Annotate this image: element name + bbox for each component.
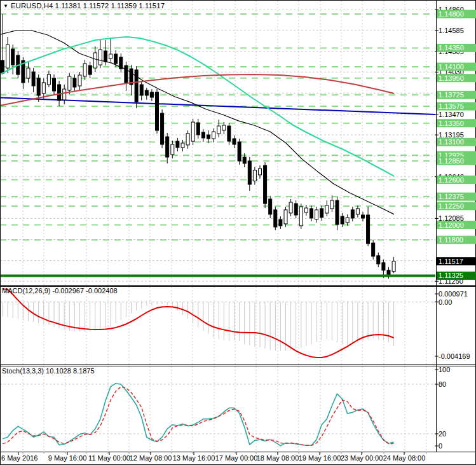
candle-body: [145, 90, 148, 95]
candle-body: [156, 92, 159, 130]
candle-body: [176, 141, 179, 148]
price-axis-label: 1.13195: [439, 131, 464, 139]
candle-body: [392, 261, 395, 272]
price-axis-label: 1.14585: [439, 27, 464, 34]
candle-body: [217, 126, 221, 134]
price-axis-label: 1.13470: [439, 111, 464, 118]
indicator-axis-label: 0: [439, 442, 442, 450]
time-axis-label: 19 May 16:00: [299, 454, 341, 462]
green-level-label: 1.13725: [439, 91, 464, 99]
candle-body: [310, 209, 313, 218]
candle-body: [191, 122, 194, 141]
time-axis-label: 24 May 08:00: [383, 454, 426, 462]
chart-window: 1.148601.145851.143051.140301.134701.131…: [0, 0, 476, 465]
support-price-label: 1.11325: [439, 272, 463, 279]
candle-body: [37, 78, 40, 95]
candle-body: [166, 137, 169, 157]
candle-body: [299, 207, 303, 226]
candle-body: [186, 134, 189, 145]
candle-body: [53, 78, 56, 91]
green-level-label: 1.13350: [439, 120, 464, 127]
candle-body: [367, 215, 370, 244]
candle-body: [228, 126, 231, 141]
candle-body: [171, 144, 174, 155]
candle-body: [325, 205, 329, 213]
candle-body: [212, 132, 215, 139]
green-level-label: 1.12000: [439, 221, 464, 229]
time-axis-label: 17 May 00:00: [215, 454, 258, 462]
candle-body: [356, 209, 359, 214]
candle-body: [243, 157, 246, 163]
candle-body: [47, 74, 50, 85]
macd-indicator-title: MACD(12,26,9) -0.002967 -0.002408: [2, 287, 118, 295]
green-level-label: 1.12250: [439, 202, 464, 210]
candle-body: [330, 200, 334, 209]
candle-body: [11, 49, 15, 65]
candle-body: [63, 89, 66, 100]
candle-body: [336, 200, 339, 225]
candle-body: [135, 70, 138, 102]
candle-body: [304, 208, 308, 212]
chart-title: ▼EURUSD,H4 1.11381 1.11572 1.11359 1.115…: [3, 2, 165, 10]
indicator-axis-label: 0.00: [439, 298, 452, 306]
candle-body: [382, 263, 385, 270]
candle-body: [289, 202, 292, 213]
symbol-dropdown-icon[interactable]: ▼: [3, 3, 8, 9]
green-level-label: 1.12850: [439, 157, 464, 165]
green-level-label: 1.14350: [439, 44, 464, 52]
indicator-axis-label: 80: [439, 380, 446, 388]
green-level-label: 1.13575: [439, 102, 464, 110]
chart-title-text: EURUSD,H4 1.11381 1.11572 1.11359 1.1151…: [11, 2, 165, 10]
candle-body: [315, 210, 318, 219]
time-axis-label: 12 May 08:00: [130, 454, 172, 462]
candle-body: [274, 210, 277, 227]
candle-body: [161, 113, 164, 144]
candle-body: [196, 123, 200, 135]
candle-body: [150, 92, 153, 97]
candle-body: [387, 270, 390, 275]
indicator-axis-label: -0.004169: [439, 352, 470, 360]
candle-body: [73, 78, 76, 87]
green-level-label: 1.14100: [439, 63, 464, 71]
candle-body: [83, 64, 86, 76]
green-level-label: 1.12600: [439, 176, 464, 184]
time-axis-label: 23 May 00:00: [341, 454, 383, 462]
candle-body: [207, 135, 210, 139]
candle-body: [114, 54, 118, 64]
candle-body: [294, 204, 297, 215]
candle-body: [259, 169, 262, 175]
price-chart-canvas[interactable]: 1.148601.145851.143051.140301.134701.131…: [0, 0, 476, 465]
candle-body: [42, 83, 45, 94]
candle-body: [93, 53, 97, 68]
candle-body: [279, 219, 282, 226]
candle-body: [269, 199, 272, 214]
green-level-label: 1.11800: [439, 236, 463, 244]
candle-body: [372, 243, 375, 256]
time-axis-label: 9 May 16:00: [48, 454, 87, 462]
green-level-label: 1.13100: [439, 138, 464, 146]
candle-body: [201, 132, 205, 138]
candle-body: [99, 50, 102, 65]
candle-body: [320, 209, 323, 218]
time-axis-label: 13 May 16:00: [173, 454, 215, 462]
candle-body: [284, 210, 287, 224]
candle-body: [109, 54, 112, 59]
candle-body: [248, 161, 251, 184]
time-axis-label: 18 May 08:00: [257, 454, 299, 462]
green-level-label: 1.12375: [439, 193, 464, 200]
candle-body: [1, 60, 4, 73]
candle-body: [6, 45, 10, 68]
candle-body: [104, 51, 107, 62]
time-axis-label: 6 May 2016: [1, 454, 37, 462]
candle-body: [341, 216, 344, 224]
candle-body: [68, 76, 71, 90]
candle-body: [222, 125, 226, 130]
candle-body: [253, 170, 256, 181]
candle-body: [27, 68, 30, 78]
candle-body: [238, 142, 241, 161]
candle-body: [377, 256, 380, 264]
candle-body: [351, 210, 354, 218]
indicator-axis-label: 20: [439, 430, 446, 438]
candle-body: [32, 72, 35, 86]
candle-body: [233, 139, 236, 144]
